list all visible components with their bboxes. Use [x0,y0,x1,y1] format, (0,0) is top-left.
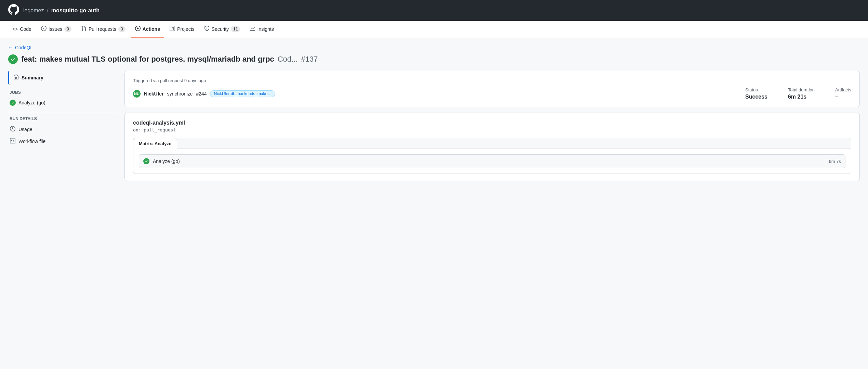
actions-icon [135,26,141,32]
trigger-info-card: Triggered via pull request 9 days ago NU… [124,71,860,107]
main-area: Triggered via pull request 9 days ago NU… [124,71,860,181]
sidebar-usage-item[interactable]: Usage [8,124,118,135]
security-icon [204,26,210,32]
sidebar-job-analyze-label: Analyze (go) [18,100,45,105]
workflow-file-icon [10,138,16,144]
sidebar-workflow-file-item[interactable]: Workflow file [8,136,118,147]
sidebar: Summary Jobs Analyze (go) Run details Us… [8,71,118,181]
trigger-avatar-initials: NU [134,92,140,96]
workflow-filename: codeql-analysis.yml [133,120,851,126]
sidebar-summary-item[interactable]: Summary [8,71,118,85]
tab-insights[interactable]: Insights [246,21,278,38]
matrix-tab[interactable]: Matrix: Analyze [133,138,177,149]
run-title-text: feat: makes mutual TLS optional for post… [21,55,274,64]
github-logo-icon [8,4,19,17]
issues-badge: 9 [64,26,71,32]
projects-icon [170,26,175,32]
trigger-branch[interactable]: NickUfer:db_backends_make… [210,90,275,97]
run-title-row: feat: makes mutual TLS optional for post… [8,54,860,64]
top-bar: iegomez / mosquitto-go-auth [0,0,868,21]
trigger-pr-number[interactable]: #244 [196,91,207,97]
repo-slash: / [47,8,48,13]
tab-actions-label: Actions [143,26,160,32]
artifacts-label: Artifacts [835,87,851,92]
tab-projects[interactable]: Projects [166,21,199,38]
sidebar-divider [8,112,118,112]
trigger-user[interactable]: NickUfer [144,91,164,97]
run-status-success-icon [8,54,18,64]
pull-request-icon [81,26,87,32]
tab-pull-requests[interactable]: Pull requests 3 [77,21,130,38]
tab-actions[interactable]: Actions [131,21,164,38]
sidebar-summary-label: Summary [22,75,43,80]
job-row-duration: 6m 7s [829,159,841,164]
tab-projects-label: Projects [177,26,195,32]
tab-security[interactable]: Security 11 [200,21,245,38]
breadcrumb-label: CodeQL [15,45,33,50]
matrix-tab-body: Analyze (go) 6m 7s [133,149,851,174]
main-layout: Summary Jobs Analyze (go) Run details Us… [8,71,860,181]
trigger-text: Triggered via pull request 9 days ago [133,78,851,83]
run-title-muted: Cod... [278,55,298,64]
workflow-trigger: on: pull_request [133,127,851,132]
workflow-card: codeql-analysis.yml on: pull_request Mat… [124,113,860,181]
usage-icon [10,126,16,132]
trigger-avatar: NU [133,90,141,98]
tab-security-label: Security [212,26,229,32]
sidebar-jobs-label: Jobs [8,90,118,95]
tab-issues-label: Issues [49,26,62,32]
duration-stat: Total duration 6m 21s [788,87,815,100]
repo-path: iegomez / mosquitto-go-auth [23,8,100,14]
status-stat: Status Success [745,87,767,100]
pull-requests-badge: 3 [118,26,126,32]
artifacts-stat: Artifacts – [835,87,851,100]
trigger-action: synchronize [167,91,193,97]
page-content: ← CodeQL feat: makes mutual TLS optional… [0,38,868,369]
artifacts-value: – [835,94,851,100]
home-icon [13,74,19,81]
job-success-icon [10,100,16,106]
sidebar-run-details-label: Run details [8,116,118,121]
job-row-analyze[interactable]: Analyze (go) 6m 7s [139,154,845,168]
tab-code[interactable]: <> Code [8,22,36,37]
tab-pull-requests-label: Pull requests [89,26,116,32]
tab-code-label: Code [20,26,31,32]
issues-icon [41,26,47,32]
security-badge: 11 [231,26,240,32]
duration-label: Total duration [788,87,815,92]
code-icon: <> [12,26,18,32]
run-number: #137 [301,55,318,64]
breadcrumb-arrow: ← [8,45,13,50]
repo-owner[interactable]: iegomez [23,8,44,13]
status-label: Status [745,87,767,92]
nav-tabs: <> Code Issues 9 Pull requests 3 Actions… [0,21,868,38]
breadcrumb[interactable]: ← CodeQL [8,45,860,50]
info-card-row: NU NickUfer synchronize #244 NickUfer:db… [133,87,851,100]
tab-issues[interactable]: Issues 9 [37,21,76,38]
sidebar-job-analyze[interactable]: Analyze (go) [8,98,118,108]
tab-insights-label: Insights [257,26,274,32]
insights-icon [250,26,255,32]
duration-value: 6m 21s [788,94,815,100]
usage-label: Usage [18,127,32,132]
run-stats: Status Success Total duration 6m 21s Art… [745,87,851,100]
status-value: Success [745,94,767,100]
repo-name[interactable]: mosquitto-go-auth [51,8,100,13]
job-row-label: Analyze (go) [153,158,826,164]
workflow-file-label: Workflow file [18,139,45,144]
matrix-tab-header: Matrix: Analyze [133,138,851,149]
matrix-tab-container: Matrix: Analyze Analyze (go) 6m 7s [133,138,851,174]
job-row-success-icon [143,158,149,164]
